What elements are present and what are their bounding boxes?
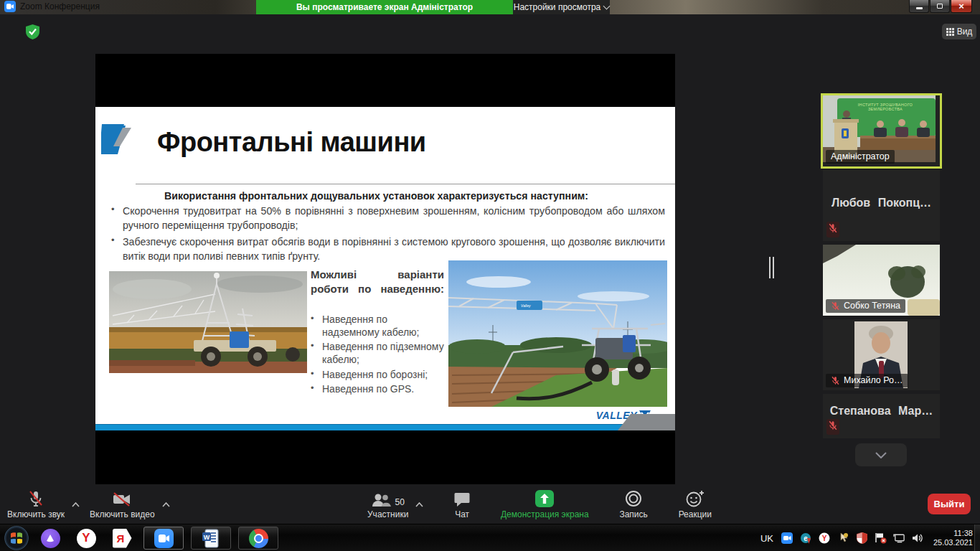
view-settings-label: Настройки просмотра [514,2,601,12]
participants-icon [371,493,392,507]
mic-muted-icon [826,419,839,435]
language-indicator[interactable]: UK [760,533,773,544]
machine-sign-label: Valley [521,303,530,308]
zoom-meeting-window: Zoom Конференция Вы просматриваете экран… [0,0,980,551]
slide-title: Фронтальні машини [157,127,426,158]
variant-item: • Наведення по борозні; [311,368,444,381]
video-options-chevron[interactable] [162,497,170,510]
participant-tile-video[interactable]: Собко Тетяна [823,245,940,316]
audio-options-chevron[interactable] [72,497,80,510]
start-video-label: Включить видео [90,509,155,519]
slide-corner-logo [101,123,137,159]
participant-name-label: Михайло Ро… [826,374,908,387]
record-button[interactable]: Запись [619,489,647,519]
reactions-button[interactable]: Реакции [679,489,712,519]
wall-banner-text: ІНСТИТУТ ЗРОШУВАНОГО ЗЕМЛЕРОБСТВА [842,103,929,111]
view-button-label: Вид [957,27,973,37]
participants-options-chevron[interactable] [415,497,423,510]
share-screen-icon [535,490,554,507]
chevron-down-icon [603,3,611,10]
variant-text: Наведення по GPS. [322,382,444,395]
participant-name-center: Любов Покопц… [823,170,940,241]
security-shield-button[interactable] [26,24,39,42]
share-screen-button[interactable]: Демонстрация экрана [501,489,589,519]
camera-muted-icon [113,489,131,507]
record-label: Запись [619,509,647,519]
participant-name-label: Адміністратор [826,150,895,164]
restore-button[interactable] [930,0,950,13]
start-video-button[interactable]: Включить видео [90,489,155,519]
mic-muted-icon [831,376,840,385]
taskbar-word-app[interactable]: W [191,527,231,550]
shield-check-icon [26,24,39,39]
alice-assistant-icon[interactable] [36,527,65,550]
grid-icon [946,28,954,36]
slide-bullet-text: Скорочення трудовитрат на 50% в порівнян… [123,204,665,232]
yandex-search-icon[interactable]: Я [108,527,136,550]
more-participants-button[interactable] [855,443,907,466]
reactions-smiley-icon [686,489,705,507]
record-icon [625,489,642,507]
variant-text: Наведення по надземному кабелю; [322,313,444,339]
close-button[interactable]: × [951,0,972,13]
slide-bottom-bar [95,424,675,430]
taskbar-zoom-app[interactable] [143,527,184,550]
tray-zoom-icon[interactable] [781,532,793,545]
meeting-toolbar: Включить звук Включить видео [0,484,980,524]
tray-action-center-flag-icon[interactable] [875,532,887,545]
restore-icon [937,4,943,9]
slide-bullet: • Забезпечує скорочення витрат обсягів в… [108,235,665,263]
taskbar-chrome-app[interactable] [238,527,278,550]
slide-intro-heading: Використання фронтальних дощувальних уст… [108,190,665,202]
variants-heading: Можливі варіанти роботи по наведенню: [311,268,444,311]
clock-time: 11:38 [933,529,973,538]
view-settings-dropdown[interactable]: Настройки просмотра [513,0,610,14]
photo-irrigation-machine-field: Valley [448,260,667,407]
chat-button[interactable]: Чат [454,489,470,519]
windows-taskbar: Y Я W [0,524,980,551]
participant-name-center: Степанова Мар… [823,394,940,438]
variant-text: Наведення по підземному кабелю; [322,340,444,366]
participant-tile-no-video[interactable]: Степанова Мар… [823,394,940,438]
photo-irrigation-corn-field [109,271,307,373]
show-desktop-button[interactable] [974,524,980,551]
window-title: Zoom Конференция [20,1,100,11]
tray-pointer-icon[interactable] [837,532,849,545]
unmute-label: Включить звук [7,509,65,519]
chat-label: Чат [455,509,469,519]
title-rule [136,184,675,184]
slide-corner-shape [618,414,675,430]
tray-defender-e-icon[interactable]: e [800,532,812,545]
taskbar-clock[interactable]: 11:38 25.03.2021 [933,529,973,547]
close-icon: × [958,1,964,11]
zoom-app-icon [4,1,16,12]
viewing-screen-banner: Вы просматриваете экран Адміністратор [256,0,513,14]
participant-tile-photo[interactable]: Михайло Ро… [823,319,940,390]
mic-muted-icon [28,489,44,507]
view-layout-button[interactable]: Вид [942,24,976,39]
shared-screen-area: Фронтальні машини Використання фронтальн… [95,54,675,484]
mic-muted-icon [831,301,840,311]
tray-network-icon[interactable] [893,532,905,545]
yandex-browser-icon[interactable]: Y [72,527,100,550]
unmute-button[interactable]: Включить звук [7,489,65,519]
chevron-down-icon [875,452,887,458]
leave-meeting-button[interactable]: Выйти [928,494,971,514]
tray-yandex-icon[interactable]: Y [819,532,831,545]
window-titlebar: Zoom Конференция Вы просматриваете экран… [0,0,980,14]
presentation-slide: Фронтальні машини Використання фронтальн… [95,107,675,430]
start-button[interactable] [4,526,29,550]
svg-text:Y: Y [822,534,827,542]
variant-text: Наведення по борозні; [322,368,444,381]
share-screen-label: Демонстрация экрана [501,509,589,519]
panel-resize-handle[interactable] [769,257,775,278]
participants-button[interactable]: 50 Участники [367,489,408,519]
chat-bubble-icon [454,489,470,507]
tray-security-shield-icon[interactable] [856,532,868,545]
minimize-button[interactable] [909,0,929,13]
svg-text:W: W [203,533,209,540]
variant-item: • Наведення по підземному кабелю; [311,340,444,366]
participant-tile-no-video[interactable]: Любов Покопц… [823,170,940,241]
participant-tile-administrator[interactable]: ІНСТИТУТ ЗРОШУВАНОГО ЗЕМЛЕРОБСТВА Адміні… [823,95,940,166]
tray-volume-icon[interactable] [912,532,924,545]
